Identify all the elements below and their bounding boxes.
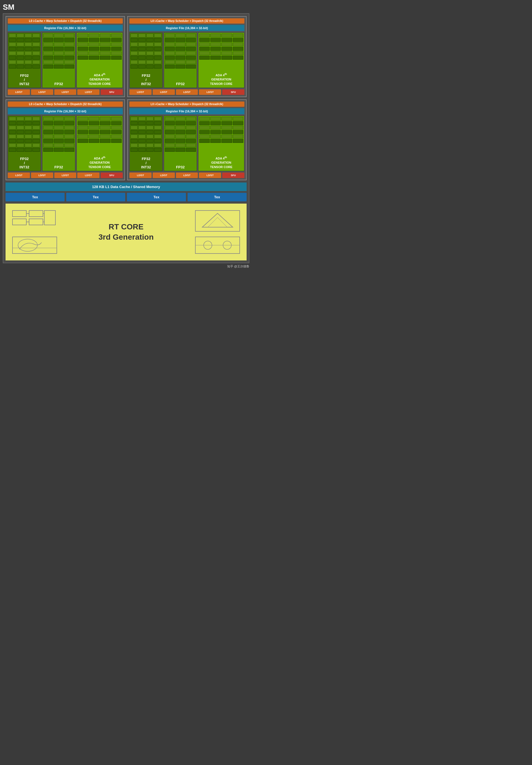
sfu-2: SFU: [222, 89, 244, 95]
svg-rect-2: [12, 219, 26, 225]
col-fp32-1: FP32: [42, 32, 75, 88]
col-tensor-1: ADA 4thGENERATIONTENSOR CORE: [77, 32, 123, 88]
tex-row: Tex Tex Tex Tex: [6, 193, 247, 201]
ldst-3-2: LD/ST: [31, 173, 53, 178]
ldst-4-1: LD/ST: [130, 173, 151, 178]
compute-section-4: FP32/INT32 FP32: [130, 116, 244, 171]
svg-rect-4: [44, 211, 55, 225]
col-fp32-3: FP32: [42, 116, 75, 171]
tensor-label-3: ADA 4thGENERATIONTENSOR CORE: [77, 154, 123, 171]
compute-section-1: FP32/INT32 FP32: [8, 32, 123, 88]
col-fp32-int32-4: FP32/INT32: [130, 116, 163, 171]
rt-diagram-right: [186, 209, 241, 255]
quadrant-2: L0 i-Cache + Warp Scheduler + Dispatch (…: [127, 16, 247, 97]
svg-rect-3: [29, 219, 43, 225]
register-file-3: Register File (16,384 × 32-bit): [8, 108, 123, 114]
warp-scheduler-2: L0 i-Cache + Warp Scheduler + Dispatch (…: [130, 18, 244, 24]
rt-bvh-diagram: [11, 209, 58, 233]
svg-rect-9: [12, 237, 57, 254]
sfu-3: SFU: [101, 173, 123, 178]
ldst-4-3: LD/ST: [176, 173, 198, 178]
ldst-2-4: LD/ST: [199, 89, 221, 95]
ldst-2-1: LD/ST: [130, 89, 151, 95]
col-fp32-int32-1: FP32/INT32: [8, 32, 41, 88]
svg-rect-1: [29, 211, 43, 217]
ldst-3-1: LD/ST: [8, 173, 30, 178]
warp-scheduler-4: L0 i-Cache + Warp Scheduler + Dispatch (…: [130, 102, 244, 107]
sfu-1: SFU: [101, 89, 123, 95]
quadrant-1: L0 i-Cache + Warp Scheduler + Dispatch (…: [6, 16, 125, 97]
rt-triangle-diagram: [194, 209, 241, 233]
svg-marker-14: [208, 218, 227, 227]
rt-ray-diagram: [194, 236, 241, 255]
ldst-2-2: LD/ST: [153, 89, 175, 95]
ldst-1-1: LD/ST: [8, 89, 30, 95]
fp32-int32-label-3: FP32/INT32: [8, 155, 41, 171]
col-tensor-3: ADA 4thGENERATIONTENSOR CORE: [77, 116, 123, 171]
quadrant-4: L0 i-Cache + Warp Scheduler + Dispatch (…: [127, 99, 247, 180]
col-tensor-2: ADA 4thGENERATIONTENSOR CORE: [198, 32, 244, 88]
quadrant-3: L0 i-Cache + Warp Scheduler + Dispatch (…: [6, 99, 125, 180]
ldst-3-3: LD/ST: [54, 173, 77, 178]
rt-diagram-left: [11, 209, 67, 255]
l1-cache: 128 KB L1 Data Cache / Shared Memory: [6, 183, 247, 191]
fp32-label-3: FP32: [42, 163, 75, 171]
sfu-4: SFU: [222, 173, 244, 178]
warp-scheduler-1: L0 i-Cache + Warp Scheduler + Dispatch (…: [8, 18, 123, 24]
ldst-4-4: LD/ST: [199, 173, 221, 178]
compute-section-3: FP32/INT32 FP32: [8, 116, 123, 171]
bottom-units-2: LD/ST LD/ST LD/ST LD/ST SFU: [130, 89, 244, 95]
warp-scheduler-3: L0 i-Cache + Warp Scheduler + Dispatch (…: [8, 102, 123, 107]
compute-section-2: FP32/INT32 FP32: [130, 32, 244, 88]
tex-unit-4: Tex: [187, 193, 247, 201]
quadrants-grid: L0 i-Cache + Warp Scheduler + Dispatch (…: [6, 16, 247, 180]
bottom-units-1: LD/ST LD/ST LD/ST LD/ST SFU: [8, 89, 123, 95]
fp32-label-1: FP32: [42, 80, 75, 88]
rt-core-section: RT CORE 3rd Generation: [6, 204, 247, 261]
col-fp32-2: FP32: [164, 32, 197, 88]
col-fp32-int32-2: FP32/INT32: [130, 32, 163, 88]
tensor-label-1: ADA 4thGENERATIONTENSOR CORE: [77, 71, 123, 88]
tex-unit-2: Tex: [66, 193, 125, 201]
svg-point-10: [18, 239, 37, 251]
sm-label: SM: [3, 3, 249, 12]
ldst-1-3: LD/ST: [54, 89, 77, 95]
register-file-1: Register File (16,384 × 32-bit): [8, 25, 123, 31]
ldst-3-4: LD/ST: [77, 173, 100, 178]
fp32-int32-label-4: FP32/INT32: [130, 155, 162, 171]
tensor-label-4: ADA 4thGENERATIONTENSOR CORE: [198, 154, 244, 171]
fp32-label-2: FP32: [164, 80, 197, 88]
col-tensor-4: ADA 4thGENERATIONTENSOR CORE: [198, 116, 244, 171]
col-fp32-int32-3: FP32/INT32: [8, 116, 41, 171]
col-fp32-4: FP32: [164, 116, 197, 171]
ldst-1-2: LD/ST: [31, 89, 53, 95]
bottom-units-3: LD/ST LD/ST LD/ST LD/ST SFU: [8, 173, 123, 178]
ldst-1-4: LD/ST: [77, 89, 100, 95]
tex-unit-3: Tex: [127, 193, 186, 201]
fp32-int32-label-2: FP32/INT32: [130, 72, 162, 88]
svg-marker-13: [202, 213, 233, 227]
watermark: 知乎 @王尔德鲁: [3, 264, 249, 269]
register-file-2: Register File (16,384 × 32-bit): [130, 25, 244, 31]
ldst-4-2: LD/ST: [153, 173, 175, 178]
ldst-2-3: LD/ST: [176, 89, 198, 95]
tex-unit-1: Tex: [6, 193, 65, 201]
tensor-label-2: ADA 4thGENERATIONTENSOR CORE: [198, 71, 244, 88]
fp32-int32-label-1: FP32/INT32: [8, 72, 41, 88]
register-file-4: Register File (16,384 × 32-bit): [130, 108, 244, 114]
bottom-units-4: LD/ST LD/ST LD/ST LD/ST SFU: [130, 173, 244, 178]
fp32-label-4: FP32: [164, 163, 197, 171]
svg-rect-0: [12, 211, 26, 217]
sm-container: L0 i-Cache + Warp Scheduler + Dispatch (…: [3, 13, 249, 263]
rt-stamp-diagram: [11, 236, 58, 255]
rt-core-label: RT CORE 3rd Generation: [71, 222, 181, 242]
